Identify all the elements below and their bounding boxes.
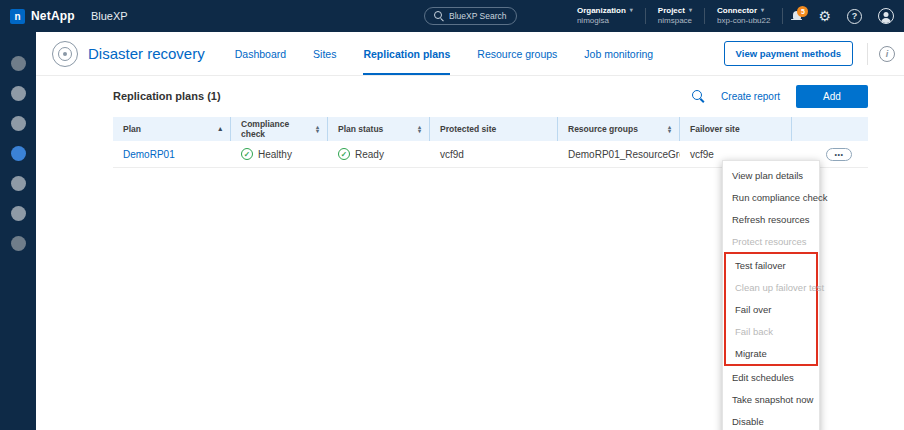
app-tabs: Dashboard Sites Replication plans Resour… xyxy=(235,32,654,75)
column-header-plan[interactable]: Plan ▴ xyxy=(113,117,231,141)
cell-resource-groups: DemoRP01_ResourceGroup1 xyxy=(558,149,680,160)
menu-item-view-plan-details[interactable]: View plan details xyxy=(723,164,819,186)
menu-item-fail-back: Fail back xyxy=(726,320,816,342)
menu-item-test-failover[interactable]: Test failover xyxy=(726,254,816,276)
sidebar-item-4-icon[interactable] xyxy=(11,146,26,161)
chevron-down-icon: ▾ xyxy=(630,7,633,15)
help-icon: ? xyxy=(847,9,862,24)
menu-item-clean-up-failover-test: Clean up failover test xyxy=(726,276,816,298)
sidebar-item-7-icon[interactable] xyxy=(11,236,26,251)
sidebar-item-5-icon[interactable] xyxy=(11,176,26,191)
cell-compliance-check: ✓ Healthy xyxy=(231,148,328,160)
plans-heading: Replication plans (1) xyxy=(113,90,221,102)
sort-both-icon: ▴▾ xyxy=(316,125,319,134)
menu-item-refresh-resources[interactable]: Refresh resources xyxy=(723,208,819,230)
add-plan-button[interactable]: Add xyxy=(796,85,868,108)
menu-item-disable[interactable]: Disable xyxy=(723,410,819,430)
settings-button[interactable]: ⚙ xyxy=(818,9,831,23)
sidebar-item-1-icon[interactable] xyxy=(11,56,26,71)
search-icon xyxy=(692,90,705,103)
create-report-link[interactable]: Create report xyxy=(721,91,780,102)
notifications-button[interactable]: 5 xyxy=(791,11,802,22)
toolbar-actions: Create report Add xyxy=(692,85,868,108)
netapp-logo-icon: n xyxy=(10,9,25,24)
project-value: nimspace xyxy=(658,16,692,26)
tab-resource-groups[interactable]: Resource groups xyxy=(477,32,557,75)
user-icon xyxy=(878,8,894,24)
row-actions-menu-button[interactable]: ••• xyxy=(826,148,852,161)
menu-item-run-compliance-check[interactable]: Run compliance check xyxy=(723,186,819,208)
healthy-check-icon: ✓ xyxy=(241,148,253,160)
chevron-down-icon: ▾ xyxy=(689,7,692,15)
sort-asc-icon: ▴ xyxy=(218,125,222,133)
help-button[interactable]: ? xyxy=(847,9,862,24)
organization-selector[interactable]: Organization ▾ nimogisa xyxy=(577,6,633,27)
table-search-button[interactable] xyxy=(692,90,705,103)
divider xyxy=(867,43,868,65)
sort-both-icon: ▴▾ xyxy=(418,125,421,134)
sidebar-item-2-icon[interactable] xyxy=(11,86,26,101)
cell-failover-site: vcf9e xyxy=(680,149,792,160)
cell-protected-site: vcf9d xyxy=(430,149,558,160)
brand-name: NetApp xyxy=(31,9,75,23)
column-header-resource-groups[interactable]: Resource groups ▴▾ xyxy=(558,117,680,141)
tab-dashboard[interactable]: Dashboard xyxy=(235,32,286,75)
divider xyxy=(645,8,646,24)
cell-plan-status: ✓ Ready xyxy=(328,148,430,160)
plan-link[interactable]: DemoRP01 xyxy=(123,149,175,160)
sort-both-icon: ▴▾ xyxy=(668,125,671,134)
header-right-cluster: Organization ▾ nimogisa Project ▾ nimspa… xyxy=(565,6,904,27)
user-menu-button[interactable] xyxy=(878,8,894,24)
tab-replication-plans[interactable]: Replication plans xyxy=(363,32,450,75)
divider xyxy=(704,8,705,24)
global-search-button[interactable]: BlueXP Search xyxy=(424,7,517,25)
sidebar-item-6-icon[interactable] xyxy=(11,206,26,221)
connector-value: bxp-con-ubu22 xyxy=(717,16,770,26)
notification-badge: 5 xyxy=(797,6,808,17)
organization-label: Organization xyxy=(577,6,626,16)
divider xyxy=(782,8,783,24)
plans-toolbar: Replication plans (1) Create report Add xyxy=(113,84,868,108)
menu-item-edit-schedules[interactable]: Edit schedules xyxy=(723,366,819,388)
table-header-row: Plan ▴ Compliance check ▴▾ Plan status ▴… xyxy=(113,117,868,141)
column-header-actions xyxy=(792,117,868,141)
tab-sites[interactable]: Sites xyxy=(313,32,336,75)
info-icon[interactable]: i xyxy=(879,46,895,62)
column-header-protected-site: Protected site xyxy=(430,117,558,141)
row-actions-menu: View plan details Run compliance check R… xyxy=(722,160,820,430)
ready-check-icon: ✓ xyxy=(338,148,350,160)
global-search-label: BlueXP Search xyxy=(449,11,507,21)
failover-actions-highlight-box: Test failover Clean up failover test Fai… xyxy=(724,252,818,366)
page-title: Disaster recovery xyxy=(88,45,205,62)
netapp-logo[interactable]: n NetApp xyxy=(10,9,75,24)
cell-actions: ••• xyxy=(792,148,868,161)
app-header: Disaster recovery Dashboard Sites Replic… xyxy=(36,32,904,76)
cell-plan: DemoRP01 xyxy=(113,149,231,160)
menu-item-migrate[interactable]: Migrate xyxy=(726,342,816,364)
menu-item-take-snapshot-now[interactable]: Take snapshot now xyxy=(723,388,819,410)
page: n NetApp BlueXP BlueXP Search Organizati… xyxy=(0,0,904,430)
connector-selector[interactable]: Connector ▾ bxp-con-ubu22 xyxy=(717,6,770,27)
menu-item-fail-over[interactable]: Fail over xyxy=(726,298,816,320)
top-nav-bar: n NetApp BlueXP BlueXP Search Organizati… xyxy=(0,0,904,32)
project-selector[interactable]: Project ▾ nimspace xyxy=(658,6,692,27)
tab-job-monitoring[interactable]: Job monitoring xyxy=(584,32,653,75)
connector-label: Connector xyxy=(717,6,757,16)
disaster-recovery-icon xyxy=(52,41,78,67)
product-name: BlueXP xyxy=(91,10,128,22)
left-sidebar xyxy=(0,32,36,430)
compliance-status-text: Healthy xyxy=(258,149,292,160)
plan-status-text: Ready xyxy=(355,149,384,160)
sidebar-item-3-icon[interactable] xyxy=(11,116,26,131)
chevron-down-icon: ▾ xyxy=(761,7,764,15)
column-header-failover-site: Failover site xyxy=(680,117,792,141)
organization-value: nimogisa xyxy=(577,16,633,26)
gear-icon: ⚙ xyxy=(818,9,831,23)
column-header-compliance-check[interactable]: Compliance check ▴▾ xyxy=(231,117,328,141)
column-header-plan-status[interactable]: Plan status ▴▾ xyxy=(328,117,430,141)
view-payment-methods-button[interactable]: View payment methods xyxy=(724,41,853,66)
search-icon xyxy=(434,11,444,21)
menu-item-protect-resources: Protect resources xyxy=(723,230,819,252)
project-label: Project xyxy=(658,6,685,16)
